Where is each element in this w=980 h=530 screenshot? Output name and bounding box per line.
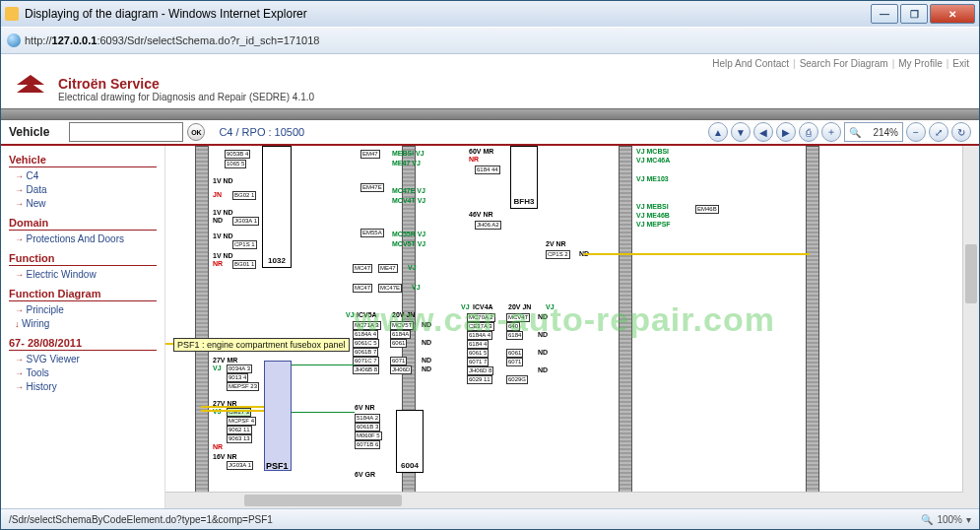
wire-label: MCV4T VJ [392,197,425,204]
wire-label: ND [422,321,431,328]
wire-label: VJ ME103 [636,175,669,182]
wire-label: MC55R VJ [392,231,425,237]
pin-label: CP1S 1 [232,240,257,249]
nav-search[interactable]: Search For Diagram [800,58,888,69]
pin-label: 6061B 7 [353,348,378,357]
side-link-history[interactable]: History [15,381,157,392]
side-link-svg[interactable]: SVG Viewer [15,354,157,364]
address-bar[interactable]: http://127.0.0.1:6093/Sdr/selectSchema.d… [1,27,979,54]
pin-label: MCV5T [390,321,414,330]
zoom-icon: 🔍 [921,514,933,525]
status-bar: /Sdr/selectSchemaByCodeElement.do?type=1… [1,508,979,529]
close-button[interactable]: ✕ [930,4,975,24]
wire-label: 1V ND [213,252,233,259]
wire [292,364,355,365]
pin-label: 6029 11 [467,375,492,384]
wire-label: VJ [408,264,417,271]
pin-label: 6184 44 [475,166,500,174]
pin-label: 6184 4 [467,340,489,349]
pin-label: 9053B 4 [225,150,250,159]
harness-trunk [195,146,209,493]
breadcrumb: C4 / RPO : 10500 [219,126,304,138]
vertical-scrollbar[interactable] [962,146,979,508]
pin-label: M060F 5 [355,431,382,440]
side-date-header: 67- 28/08/2011 [9,337,157,351]
nav-left-button[interactable]: ◀ [753,122,773,142]
fit-button[interactable]: ⤢ [929,122,948,142]
pin-label: 6061B 3 [355,423,380,431]
status-zoom: 100% [937,514,962,525]
pin-label: CE37A 3 [467,322,494,331]
pin-label: EM47E [360,183,384,192]
wire-label: 46V NR [469,211,493,218]
horizontal-scrollbar[interactable] [165,492,963,508]
pin-label: CP1S 2 [546,250,570,259]
component-6004[interactable]: 6004 [396,410,424,473]
refresh-button[interactable]: ↻ [951,122,971,142]
nav-up-button[interactable]: ▲ [708,122,728,142]
pin-label: MC71A 3 [353,321,381,330]
diagram-canvas[interactable]: 1032 1V ND JN BG02 1 1V ND ND JG03A 1 1V… [164,146,979,508]
wire-label: MEBSI VJ [392,150,425,157]
wire [201,410,264,412]
wire-label: 2V NR [546,240,566,247]
nav-down-button[interactable]: ▼ [731,122,751,142]
maximize-button[interactable]: ❐ [900,4,928,24]
wire-label: VJ MC46A [636,157,670,164]
pin-label: EM46B [695,205,719,214]
vehicle-input[interactable] [69,122,183,142]
pin-label: 6184A 4 [467,331,492,340]
wire-label: MC47E VJ [392,187,425,194]
brand-header: Citroën Service Electrical drawing for D… [1,73,979,108]
nav-help[interactable]: Help And Contact [712,58,789,69]
wire [583,253,810,255]
side-link-protections[interactable]: Protections And Doors [15,233,157,244]
side-link-new[interactable]: New [15,198,157,209]
wire-label: 1V ND [213,209,233,216]
print-button[interactable]: ⎙ [799,122,818,142]
citroen-logo-icon [13,75,48,102]
url-text: http://127.0.0.1:6093/Sdr/selectSchema.d… [25,34,973,46]
side-link-tools[interactable]: Tools [15,367,157,378]
nav-right-button[interactable]: ▶ [776,122,796,142]
ok-button[interactable]: OK [187,123,205,141]
side-link-c4[interactable]: C4 [15,170,157,181]
side-link-wiring[interactable]: Wiring [15,318,157,329]
harness-trunk [619,146,632,493]
zoom-in-button[interactable]: ＋ [821,122,841,142]
wire [292,412,355,413]
window-titlebar: Displaying of the diagram - Windows Inte… [1,1,979,27]
zoom-display[interactable]: 🔍214% [844,122,903,142]
side-link-window[interactable]: Electric Window [15,269,157,280]
zoom-dropdown-icon[interactable]: ▾ [966,514,971,525]
wire-label: ND [538,331,548,338]
pin-label: 6071 [506,358,523,366]
pin-label: MC47 [353,284,372,293]
wire-label: ND [538,366,548,373]
side-link-data[interactable]: Data [15,184,157,195]
wire-label: VJ MEPSF [636,221,671,228]
component-bfh3[interactable]: BFH3 [510,146,538,209]
magnifier-icon: 🔍 [849,127,861,138]
wire-label: ND [213,217,223,224]
wire-label: VJ [412,284,421,291]
wire-label: VJ [461,303,470,310]
component-1032[interactable]: 1032 [262,146,292,268]
wire-label: ICV5A [357,311,377,318]
wire-label: NR [213,443,223,450]
window-title: Displaying of the diagram - Windows Inte… [25,7,307,21]
wire-label: 16V NR [213,453,237,460]
pin-label: MCPSF 4 [227,417,256,426]
component-psf1[interactable] [264,361,292,471]
nav-profile[interactable]: My Profile [898,58,942,69]
pin-label: 6184A 4 [353,330,378,339]
wire-label: 60V MR [469,148,493,155]
zoom-out-button[interactable]: − [906,122,926,142]
wire-label: 20V JN [392,311,415,318]
minimize-button[interactable]: — [871,4,898,24]
pin-label: 0034A 3 [227,364,252,373]
pin-label: 6184A [390,330,411,339]
side-link-principle[interactable]: Principle [15,304,157,315]
wire-label: NR [469,156,479,163]
nav-exit[interactable]: Exit [952,58,969,69]
